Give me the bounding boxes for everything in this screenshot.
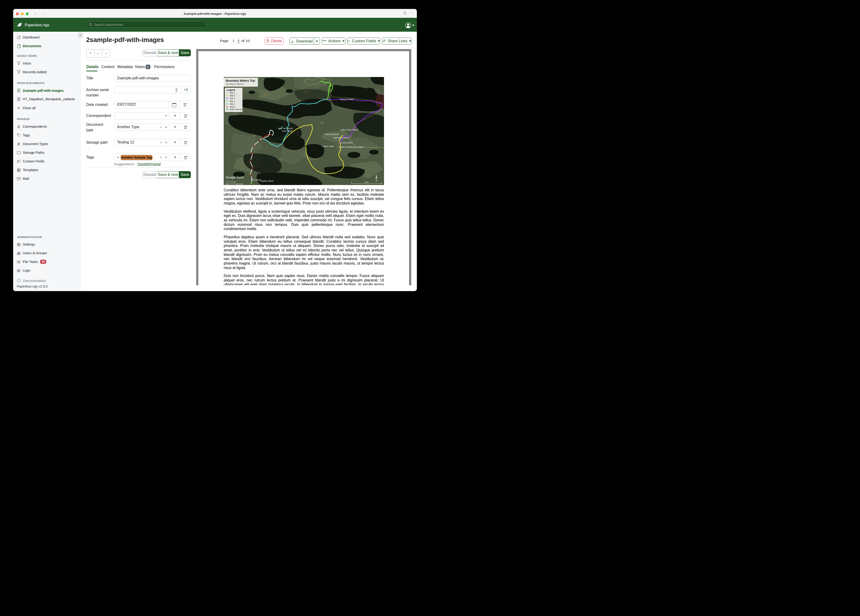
svg-text:Image © 2017 DigitalGlobe: Image © 2017 DigitalGlobe [225,183,243,185]
svg-text:Gary Island: Gary Island [282,130,292,132]
svg-text:Day 2: Day 2 [230,94,235,96]
svg-text:Norway Island: Norway Island [339,146,351,148]
svg-text:Legend: Legend [227,89,235,91]
svg-text:© 2017 Google: © 2017 Google [226,181,236,183]
svg-text:Washington Island: Washington Island [333,137,350,139]
svg-text:Lincoln Island: Lincoln Island [341,141,353,144]
svg-text:Day 5: Day 5 [230,103,235,105]
svg-text:3 mi: 3 mi [364,181,369,183]
svg-text:New York Island: New York Island [278,127,292,130]
svg-text:Boundary Waters Trip: Boundary Waters Trip [226,79,255,82]
svg-text:Entry Point 24: Entry Point 24 [230,108,242,111]
svg-text:Charlies Island: Charlies Island [260,180,273,182]
svg-text:Squirrel Island: Squirrel Island [351,146,364,148]
svg-text:Text: Text [301,145,306,148]
svg-text:Indian Grave Island: Indian Grave Island [341,129,358,131]
svg-text:Day 1: Day 1 [230,91,235,94]
svg-text:Half Dog Island: Half Dog Island [325,133,339,135]
svg-text:Day 6: Day 6 [230,105,235,108]
svg-text:Day 3: Day 3 [230,97,235,99]
svg-text:N: N [375,179,377,182]
svg-text:Google Earth: Google Earth [226,176,244,179]
svg-text:Day 4: Day 4 [230,100,235,102]
svg-text:?: ? [18,279,19,282]
svg-text:Hausons Island: Hausons Island [340,98,353,101]
svg-text:Mile Island: Mile Island [251,179,261,181]
svg-text:Canoe Island: Canoe Island [322,145,334,148]
svg-text:Six days in BWCA: Six days in BWCA [226,83,244,85]
